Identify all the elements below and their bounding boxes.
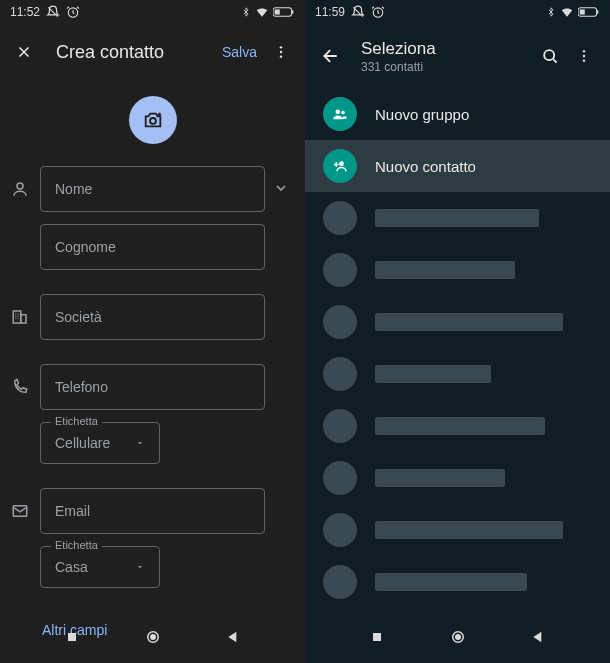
- contact-row[interactable]: [305, 192, 610, 244]
- phone-icon: [0, 364, 40, 396]
- app-bar: Crea contatto Salva: [0, 24, 305, 80]
- contact-avatar: [323, 357, 357, 391]
- dropdown-icon: [135, 559, 145, 575]
- contact-avatar: [323, 565, 357, 599]
- svg-rect-26: [373, 633, 381, 641]
- email-label-dropdown[interactable]: Etichetta Casa: [40, 546, 160, 588]
- nav-recent-icon[interactable]: [369, 629, 385, 649]
- contact-row[interactable]: [305, 244, 610, 296]
- new-group-label: Nuovo gruppo: [375, 106, 469, 123]
- alarm-icon: [66, 5, 80, 19]
- wifi-icon: [560, 5, 574, 19]
- contact-form: Nome Cognome Società Telefono: [0, 166, 305, 638]
- wifi-icon: [255, 5, 269, 19]
- contact-avatar: [323, 201, 357, 235]
- svg-point-8: [17, 183, 23, 189]
- new-group-button[interactable]: Nuovo gruppo: [305, 88, 610, 140]
- nav-back-icon[interactable]: [225, 629, 241, 649]
- status-bar: 11:59: [305, 0, 610, 24]
- nav-home-icon[interactable]: [449, 628, 467, 650]
- select-contact-screen: 11:59 Seleziona 331 contatti: [305, 0, 610, 663]
- new-contact-label: Nuovo contatto: [375, 158, 476, 175]
- contact-name-placeholder: [375, 313, 563, 331]
- svg-point-21: [583, 55, 585, 57]
- bluetooth-icon: [546, 5, 556, 19]
- contact-name-placeholder: [375, 261, 515, 279]
- svg-point-5: [280, 51, 282, 53]
- first-name-field[interactable]: Nome: [40, 166, 265, 212]
- contact-row[interactable]: [305, 348, 610, 400]
- svg-rect-10: [21, 315, 26, 323]
- svg-point-25: [339, 161, 344, 166]
- contact-name-placeholder: [375, 469, 505, 487]
- alarm-icon: [371, 5, 385, 19]
- status-time: 11:59: [315, 5, 345, 19]
- bluetooth-icon: [241, 5, 251, 19]
- group-icon: [323, 97, 357, 131]
- new-contact-button[interactable]: Nuovo contatto: [305, 140, 610, 192]
- email-icon: [0, 488, 40, 520]
- battery-icon: [273, 6, 295, 18]
- contact-name-placeholder: [375, 417, 545, 435]
- svg-rect-9: [13, 311, 21, 323]
- company-field[interactable]: Società: [40, 294, 265, 340]
- company-icon: [0, 294, 40, 326]
- contact-name-placeholder: [375, 521, 563, 539]
- contact-row[interactable]: [305, 556, 610, 608]
- dnd-icon: [351, 5, 365, 19]
- nav-home-icon[interactable]: [144, 628, 162, 650]
- svg-rect-3: [275, 9, 280, 14]
- email-field[interactable]: Email: [40, 488, 265, 534]
- battery-icon: [578, 6, 600, 18]
- photo-section: [0, 80, 305, 166]
- create-contact-screen: 11:52 Crea contatto Salva: [0, 0, 305, 663]
- contact-avatar: [323, 461, 357, 495]
- contact-avatar: [323, 513, 357, 547]
- more-icon[interactable]: [570, 42, 598, 70]
- svg-point-28: [455, 635, 460, 640]
- svg-point-23: [336, 110, 341, 115]
- nav-back-icon[interactable]: [530, 629, 546, 649]
- svg-rect-18: [580, 9, 585, 14]
- contact-avatar: [323, 305, 357, 339]
- surname-field[interactable]: Cognome: [40, 224, 265, 270]
- contact-row[interactable]: [305, 504, 610, 556]
- contact-row[interactable]: [305, 452, 610, 504]
- contact-name-placeholder: [375, 209, 539, 227]
- back-icon[interactable]: [317, 42, 345, 70]
- svg-rect-2: [292, 10, 294, 13]
- contact-row[interactable]: [305, 296, 610, 348]
- svg-point-19: [544, 50, 554, 60]
- page-title: Seleziona: [361, 39, 530, 59]
- more-icon[interactable]: [269, 40, 293, 64]
- contact-avatar: [323, 409, 357, 443]
- nav-bar: [0, 621, 305, 657]
- svg-rect-12: [68, 633, 76, 641]
- contact-row[interactable]: [305, 400, 610, 452]
- expand-name-icon[interactable]: [273, 180, 289, 200]
- page-subtitle: 331 contatti: [361, 60, 530, 74]
- save-button[interactable]: Salva: [222, 44, 257, 60]
- svg-point-6: [280, 55, 282, 57]
- dropdown-icon: [135, 435, 145, 451]
- svg-point-22: [583, 59, 585, 61]
- status-bar: 11:52: [0, 0, 305, 24]
- close-icon[interactable]: [12, 40, 36, 64]
- search-icon[interactable]: [536, 42, 564, 70]
- nav-bar: [305, 621, 610, 657]
- add-person-icon: [323, 149, 357, 183]
- status-time: 11:52: [10, 5, 40, 19]
- svg-point-4: [280, 46, 282, 48]
- phone-field[interactable]: Telefono: [40, 364, 265, 410]
- nav-recent-icon[interactable]: [64, 629, 80, 649]
- page-title: Crea contatto: [56, 42, 222, 63]
- person-icon: [0, 166, 40, 198]
- phone-label-dropdown[interactable]: Etichetta Cellulare: [40, 422, 160, 464]
- contact-list[interactable]: [305, 192, 610, 663]
- svg-rect-17: [597, 10, 599, 13]
- contact-name-placeholder: [375, 365, 491, 383]
- svg-point-20: [583, 50, 585, 52]
- contact-name-placeholder: [375, 573, 527, 591]
- app-bar: Seleziona 331 contatti: [305, 24, 610, 88]
- add-photo-button[interactable]: [129, 96, 177, 144]
